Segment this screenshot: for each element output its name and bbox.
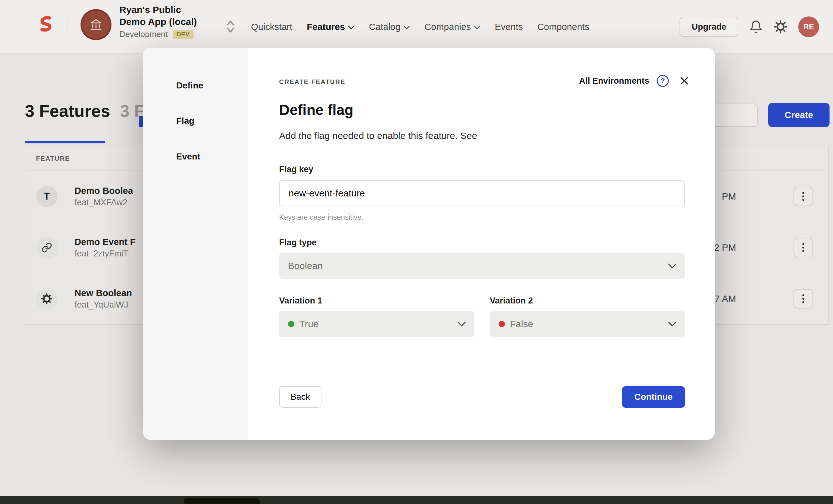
continue-button[interactable]: Continue — [622, 386, 685, 408]
back-button[interactable]: Back — [279, 386, 322, 408]
false-status-dot — [499, 321, 505, 327]
modal-eyebrow: CREATE FEATURE — [279, 78, 346, 86]
step-flag[interactable]: Flag — [176, 116, 194, 126]
variation1-value: True — [299, 319, 318, 329]
step-define[interactable]: Define — [176, 80, 204, 91]
flag-type-value: Boolean — [288, 261, 323, 271]
modal-header-actions: All Environments ? — [579, 75, 690, 87]
variation2-value: False — [510, 319, 533, 329]
help-icon[interactable]: ? — [657, 75, 669, 87]
variation1-label: Variation 1 — [279, 296, 323, 306]
flag-key-input[interactable] — [279, 180, 685, 206]
flag-key-help: Keys are case-insensitive. — [279, 213, 363, 222]
variation1-select[interactable]: True — [279, 311, 474, 337]
modal-title: Define flag — [279, 101, 353, 118]
chevron-down-icon — [457, 321, 466, 327]
variation2-label: Variation 2 — [490, 296, 533, 306]
true-status-dot — [288, 321, 294, 327]
screen: Ryan's Public Demo App (local) Developme… — [0, 0, 833, 504]
variation2-select[interactable]: False — [490, 311, 685, 337]
chevron-down-icon — [668, 263, 677, 269]
flag-key-label: Flag key — [279, 165, 313, 174]
modal-main: CREATE FEATURE All Environments ? Define… — [248, 48, 715, 440]
close-icon[interactable] — [679, 75, 690, 86]
flag-type-label: Flag type — [279, 238, 317, 247]
step-event[interactable]: Event — [176, 151, 200, 162]
modal-description: Add the flag needed to enable this featu… — [279, 130, 477, 141]
chevron-down-icon — [668, 321, 677, 327]
modal-step-sidebar: Define Flag Event — [143, 48, 248, 440]
flag-type-select[interactable]: Boolean — [279, 253, 685, 279]
create-feature-modal: Define Flag Event CREATE FEATURE All Env… — [143, 48, 715, 440]
environments-selector[interactable]: All Environments — [579, 76, 649, 86]
